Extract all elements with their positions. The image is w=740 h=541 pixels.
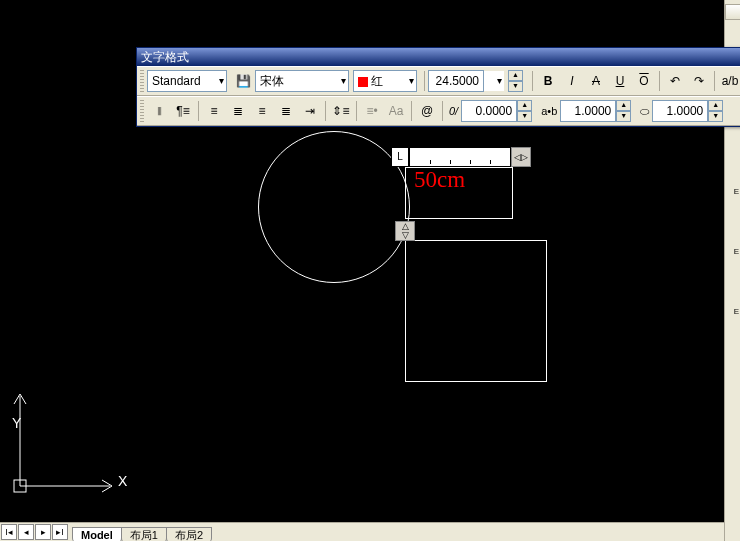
tab-nav-prev[interactable]: ◂: [18, 524, 34, 540]
toolbar-title[interactable]: 文字格式: [137, 48, 740, 66]
ucs-y-label: Y: [12, 416, 21, 430]
underline-button[interactable]: U: [608, 69, 632, 93]
width-factor-spinner[interactable]: ▲▼: [616, 100, 631, 122]
tab-nav-last[interactable]: ▸I: [52, 524, 68, 540]
mtext-horizontal-ruler[interactable]: L ◁▷: [391, 147, 531, 167]
width-factor-icon: a•b: [538, 100, 560, 122]
width-factor-input[interactable]: 1.0000: [560, 100, 616, 122]
dock-marker-1: E: [734, 188, 739, 196]
tracking-icon: ⬭: [637, 100, 652, 122]
mtext-height-grip[interactable]: △▽: [395, 221, 415, 241]
tab-layout1[interactable]: 布局1: [121, 527, 167, 541]
mtext-options-button[interactable]: ¶≡: [171, 99, 195, 123]
tracking-input[interactable]: 1.0000: [652, 100, 708, 122]
align-right-button[interactable]: ≡: [250, 99, 274, 123]
oblique-icon: 0/: [446, 100, 461, 122]
distribute-button[interactable]: ⇥: [298, 99, 322, 123]
tracking-spinner[interactable]: ▲▼: [708, 100, 723, 122]
text-style-dropdown[interactable]: Standard: [147, 70, 227, 92]
undo-button[interactable]: ↶: [663, 69, 687, 93]
text-height-input[interactable]: 24.5000: [428, 70, 484, 92]
tab-layout2[interactable]: 布局2: [166, 527, 212, 541]
rectangle-large: [405, 240, 547, 382]
mtext-tab-marker[interactable]: L: [391, 147, 409, 167]
ucs-x-label: X: [118, 474, 127, 488]
mtext-width-grip[interactable]: ◁▷: [511, 147, 531, 167]
tool-palette-icon[interactable]: [725, 4, 740, 20]
numbering-button[interactable]: ≡•: [360, 99, 384, 123]
dock-marker-3: E: [734, 308, 739, 316]
dock-marker-2: E: [734, 248, 739, 256]
grip-icon[interactable]: [140, 100, 144, 122]
tab-nav-next[interactable]: ▸: [35, 524, 51, 540]
italic-button[interactable]: I: [560, 69, 584, 93]
oblique-spinner[interactable]: ▲▼: [517, 100, 532, 122]
redo-button[interactable]: ↷: [687, 69, 711, 93]
tab-model[interactable]: Model: [72, 527, 122, 541]
symbol-button[interactable]: @: [415, 99, 439, 123]
font-dropdown[interactable]: 宋体: [255, 70, 349, 92]
text-height-spinner[interactable]: ▲▼: [508, 70, 523, 92]
oblique-input[interactable]: 0.0000: [461, 100, 517, 122]
align-left-button[interactable]: ≡: [202, 99, 226, 123]
layout-tab-bar: I◂ ◂ ▸ ▸I Model 布局1 布局2: [0, 522, 724, 541]
columns-button[interactable]: ⦀: [147, 99, 171, 123]
align-center-button[interactable]: ≣: [226, 99, 250, 123]
style-save-button[interactable]: 💾: [231, 69, 255, 93]
uppercase-button[interactable]: Aa: [384, 99, 408, 123]
overline-button[interactable]: O: [632, 69, 656, 93]
mtext-content[interactable]: 50cm: [414, 168, 465, 191]
tab-nav-first[interactable]: I◂: [1, 524, 17, 540]
text-format-toolbar[interactable]: 文字格式 Standard 💾 宋体 红 24.5000 ▲▼ B I A U …: [136, 47, 740, 127]
stack-button[interactable]: a/b: [718, 69, 740, 93]
justify-button[interactable]: ≣: [274, 99, 298, 123]
mtext-ruler[interactable]: [409, 147, 511, 167]
circle-shape: [258, 131, 410, 283]
grip-icon[interactable]: [140, 70, 144, 92]
bold-button[interactable]: B: [536, 69, 560, 93]
strikethrough-button[interactable]: A: [584, 69, 608, 93]
line-spacing-button[interactable]: ⇕≡: [329, 99, 353, 123]
color-dropdown[interactable]: 红: [353, 70, 417, 92]
